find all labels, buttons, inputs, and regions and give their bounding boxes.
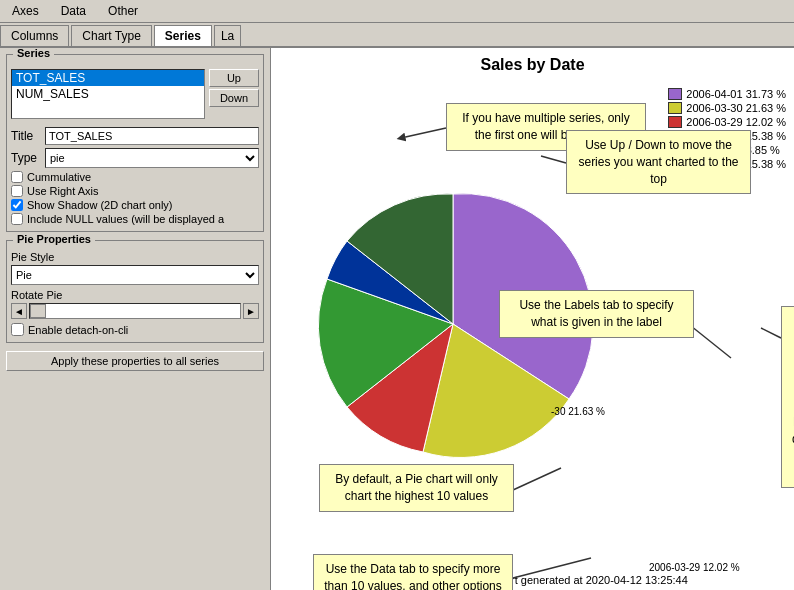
- show-shadow-row: Show Shadow (2D chart only): [11, 199, 259, 211]
- title-label: Title: [11, 129, 41, 143]
- main-container: Axes Data Other Columns Chart Type Serie…: [0, 0, 794, 590]
- tab-series[interactable]: Series: [154, 25, 212, 46]
- right-axis-checkbox[interactable]: [11, 185, 23, 197]
- pie-label-0: -30 21.63 %: [551, 406, 605, 417]
- menu-other[interactable]: Other: [100, 2, 146, 20]
- series-group: Series TOT_SALES NUM_SALES Up Down: [6, 54, 264, 232]
- cumulative-row: Cummulative: [11, 171, 259, 183]
- up-button[interactable]: Up: [209, 69, 259, 87]
- title-input[interactable]: [45, 127, 259, 145]
- tab-labels[interactable]: La: [214, 25, 241, 46]
- down-button[interactable]: Down: [209, 89, 259, 107]
- menu-bar: Axes Data Other: [0, 0, 794, 23]
- slider-thumb[interactable]: [30, 304, 46, 318]
- chart-title: Sales by Date: [271, 48, 794, 78]
- rotate-label: Rotate Pie: [11, 289, 259, 301]
- apply-button[interactable]: Apply these properties to all series: [6, 351, 264, 371]
- pie-properties: Pie Properties Pie Style Pie Donut Explo…: [6, 240, 264, 343]
- callout-updown: Use Up / Down to move the series you wan…: [566, 130, 751, 194]
- pie-style-select[interactable]: Pie Donut Exploded: [11, 265, 259, 285]
- slider-row: ◄ ►: [11, 303, 259, 319]
- slider-right-arrow[interactable]: ►: [243, 303, 259, 319]
- show-shadow-label: Show Shadow (2D chart only): [27, 199, 173, 211]
- callout-pie-highest: By default, a Pie chart will only chart …: [319, 464, 514, 512]
- menu-axes[interactable]: Axes: [4, 2, 47, 20]
- include-null-checkbox[interactable]: [11, 213, 23, 225]
- legend-label-2: 2006-03-29 12.02 %: [686, 116, 786, 128]
- detach-checkbox[interactable]: [11, 323, 24, 336]
- series-listbox-wrap: TOT_SALES NUM_SALES: [11, 69, 205, 123]
- callout-data-tab-text: Use the Data tab to specify more than 10…: [324, 562, 501, 590]
- pie-style-label: Pie Style: [11, 251, 259, 263]
- pie-label-1: 2006-03-29 12.02 %: [649, 562, 740, 573]
- callout-updown-text: Use Up / Down to move the series you wan…: [578, 138, 738, 186]
- svg-line-3: [761, 328, 781, 338]
- series-item-num-sales[interactable]: NUM_SALES: [12, 86, 204, 102]
- legend-item-2: 2006-03-29 12.02 %: [668, 116, 786, 128]
- title-row: Title: [11, 127, 259, 145]
- series-row: TOT_SALES NUM_SALES Up Down: [11, 69, 259, 123]
- type-label: Type: [11, 151, 41, 165]
- series-buttons: Up Down: [209, 69, 259, 107]
- callout-pie-highest-text: By default, a Pie chart will only chart …: [335, 472, 498, 503]
- tab-chart-type[interactable]: Chart Type: [71, 25, 151, 46]
- legend-item-0: 2006-04-01 31.73 %: [668, 88, 786, 100]
- include-null-row: Include NULL values (will be displayed a: [11, 213, 259, 225]
- legend-color-2: [668, 116, 682, 128]
- detach-row: Enable detach-on-cli: [11, 323, 259, 336]
- slider-left-arrow[interactable]: ◄: [11, 303, 27, 319]
- cumulative-checkbox[interactable]: [11, 171, 23, 183]
- callout-legend-tab: Use the Legend tab to specify whether th…: [781, 306, 794, 488]
- left-panel: Series TOT_SALES NUM_SALES Up Down: [0, 48, 270, 590]
- callout-labels-tab: Use the Labels tab to specify what is gi…: [499, 290, 694, 338]
- show-shadow-checkbox[interactable]: [11, 199, 23, 211]
- tab-bar: Columns Chart Type Series La: [0, 23, 794, 48]
- cumulative-label: Cummulative: [27, 171, 91, 183]
- svg-line-2: [691, 326, 731, 358]
- legend-label-1: 2006-03-30 21.63 %: [686, 102, 786, 114]
- callout-data-tab: Use the Data tab to specify more than 10…: [313, 554, 513, 590]
- callout-labels-tab-text: Use the Labels tab to specify what is gi…: [519, 298, 673, 329]
- tab-columns[interactable]: Columns: [0, 25, 69, 46]
- legend-color-1: [668, 102, 682, 114]
- content-area: Series TOT_SALES NUM_SALES Up Down: [0, 48, 794, 590]
- pie-props-title: Pie Properties: [13, 233, 95, 245]
- menu-data[interactable]: Data: [53, 2, 94, 20]
- right-axis-row: Use Right Axis: [11, 185, 259, 197]
- legend-item-1: 2006-03-30 21.63 %: [668, 102, 786, 114]
- slider-track[interactable]: [29, 303, 241, 319]
- series-group-title: Series: [13, 48, 54, 59]
- include-null-label: Include NULL values (will be displayed a: [27, 213, 224, 225]
- right-axis-label: Use Right Axis: [27, 185, 99, 197]
- legend-label-0: 2006-04-01 31.73 %: [686, 88, 786, 100]
- series-list[interactable]: TOT_SALES NUM_SALES: [11, 69, 205, 119]
- series-item-tot-sales[interactable]: TOT_SALES: [12, 70, 204, 86]
- chart-panel: Sales by Date 2006-04-01 31.73 % 2006-03…: [270, 48, 794, 590]
- type-row: Type pie bar line area: [11, 148, 259, 168]
- detach-label: Enable detach-on-cli: [28, 324, 128, 336]
- legend-color-0: [668, 88, 682, 100]
- type-select[interactable]: pie bar line area: [45, 148, 259, 168]
